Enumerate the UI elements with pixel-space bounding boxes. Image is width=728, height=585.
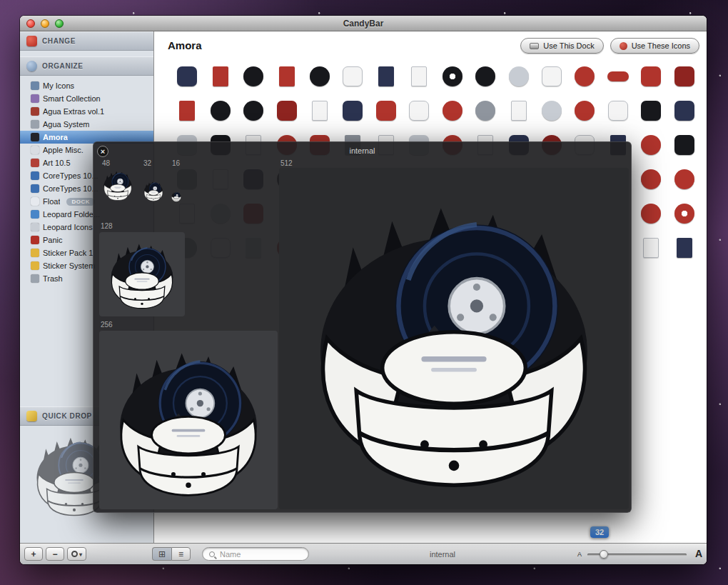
size-label-32: 32: [143, 159, 151, 167]
grid-icon[interactable]: [469, 99, 502, 123]
magnifier-section-icon: [26, 61, 37, 71]
search-field[interactable]: [202, 547, 309, 561]
grid-icon[interactable]: [270, 64, 303, 89]
sidebar-item-agua-extras-vol-1[interactable]: Agua Extras vol.1: [20, 105, 153, 118]
app-icon: [177, 66, 197, 86]
use-this-dock-button[interactable]: Use This Dock: [520, 38, 603, 54]
source-label: CoreTypes 10...: [43, 171, 98, 180]
grid-icon[interactable]: [171, 99, 203, 123]
grid-icon[interactable]: [171, 64, 203, 89]
search-input[interactable]: [218, 549, 323, 559]
sidebar-item-agua-system[interactable]: Agua System: [20, 118, 153, 131]
app-icon: [575, 66, 595, 86]
app-icon: [343, 101, 363, 121]
grid-icon[interactable]: [535, 99, 568, 123]
header-buttons: Use This Dock Use These Icons: [520, 38, 699, 54]
source-icon: [31, 210, 39, 219]
sidebar-item-smart-collection[interactable]: Smart Collection: [20, 92, 153, 105]
app-icon: [443, 101, 462, 121]
preview-icon-48: [101, 168, 135, 202]
size-value-badge: 32: [590, 526, 609, 538]
grid-icon[interactable]: [635, 201, 667, 226]
grid-icon[interactable]: [635, 133, 667, 157]
source-icon: [31, 146, 39, 154]
app-icon: [312, 101, 328, 121]
list-view-button[interactable]: ≡: [171, 547, 191, 561]
source-label: Agua System: [43, 120, 89, 129]
source-label: Trash: [43, 274, 63, 283]
app-icon: [674, 135, 694, 155]
grid-icon[interactable]: [535, 64, 568, 89]
grid-icon[interactable]: [403, 99, 435, 123]
use-these-icons-label: Use These Icons: [632, 41, 690, 50]
grid-icon[interactable]: [469, 64, 502, 89]
source-icon: [31, 249, 39, 257]
size-label-16: 16: [172, 159, 180, 167]
app-icon: [542, 66, 562, 86]
grid-icon[interactable]: [303, 64, 336, 89]
app-icon: [475, 101, 495, 121]
source-icon: [31, 236, 39, 244]
titlebar[interactable]: CandyBar: [20, 16, 707, 31]
size-small-label[interactable]: A: [577, 551, 582, 558]
preview-box-128: [99, 232, 185, 316]
source-label: Agua Extras vol.1: [43, 107, 104, 116]
size-slider[interactable]: [587, 554, 687, 556]
grid-icon[interactable]: [237, 64, 270, 89]
size-large-label[interactable]: A: [695, 548, 702, 559]
organize-label: ORGANIZE: [42, 62, 84, 70]
grid-icon[interactable]: [237, 99, 270, 123]
grid-icon[interactable]: [336, 99, 369, 123]
grid-icon[interactable]: [635, 167, 667, 191]
grid-icon[interactable]: [436, 99, 469, 123]
sidebar-section-organize[interactable]: ORGANIZE: [20, 56, 153, 76]
preview-box-512: [279, 168, 629, 509]
remove-button[interactable]: −: [46, 547, 64, 561]
grid-icon[interactable]: [403, 64, 435, 89]
action-menu-button[interactable]: ▾: [67, 547, 86, 561]
grid-icon[interactable]: [370, 64, 403, 89]
source-icon: [31, 197, 39, 206]
app-icon: [213, 66, 228, 86]
grid-icon[interactable]: [635, 64, 667, 89]
app-icon: [674, 66, 694, 86]
source-label: Smart Collection: [43, 94, 101, 103]
grid-icon[interactable]: [502, 64, 535, 89]
sidebar-section-change[interactable]: CHANGE: [20, 31, 153, 51]
candybar-window: CandyBar CHANGE ORGANIZE My IconsSmart C…: [20, 16, 707, 564]
source-icon: [31, 107, 39, 116]
grid-icon[interactable]: [668, 64, 701, 89]
slider-thumb[interactable]: [600, 550, 608, 559]
grid-icon[interactable]: [370, 99, 403, 123]
grid-icon[interactable]: [635, 99, 667, 123]
grid-icon[interactable]: [668, 99, 701, 123]
grid-icon[interactable]: [203, 64, 236, 89]
grid-icon[interactable]: [668, 167, 701, 191]
grid-icon[interactable]: [203, 99, 236, 123]
grid-icon[interactable]: [336, 64, 369, 89]
sidebar-item-my-icons[interactable]: My Icons: [20, 79, 153, 92]
dock-badge: DOCK: [66, 198, 95, 206]
grid-icon[interactable]: [436, 64, 469, 89]
add-button[interactable]: +: [24, 547, 43, 561]
grid-icon[interactable]: [303, 99, 336, 123]
dock-mini-icon: [530, 43, 539, 49]
grid-icon[interactable]: [602, 99, 635, 123]
grid-icon[interactable]: [668, 201, 701, 226]
app-icon: [443, 66, 462, 86]
grid-icon[interactable]: [568, 64, 601, 89]
grid-icon[interactable]: [668, 133, 701, 157]
grid-icon[interactable]: [568, 99, 601, 123]
grid-icon[interactable]: [270, 99, 303, 123]
source-icon: [31, 171, 39, 180]
gear-icon: [71, 551, 78, 557]
app-icon: [607, 71, 629, 81]
window-title: CandyBar: [20, 16, 707, 31]
grid-view-button[interactable]: ⊞: [152, 547, 171, 561]
app-icon: [641, 169, 661, 189]
grid-icon[interactable]: [668, 236, 701, 260]
grid-icon[interactable]: [602, 64, 635, 89]
grid-icon[interactable]: [502, 99, 535, 123]
use-these-icons-button[interactable]: Use These Icons: [610, 38, 699, 54]
grid-icon[interactable]: [635, 236, 667, 260]
